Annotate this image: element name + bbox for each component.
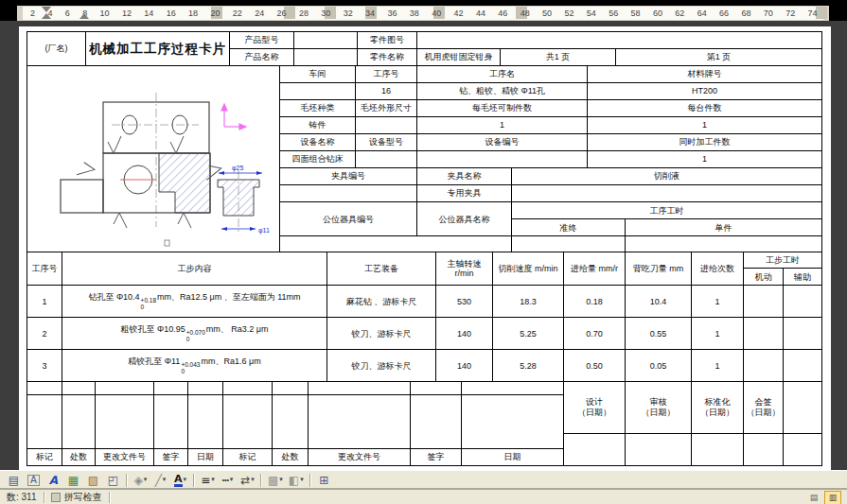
change-label: 处数 [62, 449, 96, 466]
empty-cell [784, 382, 822, 434]
arrow-style-icon[interactable]: ⇄▾ [238, 472, 256, 488]
dropdown-arrow-icon[interactable]: ▾ [251, 477, 255, 483]
frame-text-icon[interactable]: A [25, 472, 43, 488]
tolerance-lower: 0 [181, 369, 200, 375]
ruler-number: 12 [122, 9, 132, 18]
insert-picture-icon[interactable]: ▦ [64, 472, 82, 488]
part-drawing: φ25 φ11 [28, 66, 279, 250]
ruler[interactable]: 2468101214161820222426283032343638404244… [17, 6, 829, 22]
select-objects-icon[interactable]: ⊞ [315, 472, 333, 488]
text-wrap-frame-icon[interactable]: ▤ [5, 472, 23, 488]
empty-cell [62, 382, 96, 395]
font-color-icon[interactable]: A▾ [171, 472, 189, 488]
ruler-number: 22 [233, 9, 242, 18]
blank-size-label: 毛坯外形尺寸 [356, 100, 417, 117]
spell-check-panel[interactable]: 拼写检查 [44, 492, 110, 503]
line-style-icon[interactable]: ≡▾ [199, 472, 217, 488]
dropdown-arrow-icon[interactable]: ▾ [144, 477, 148, 483]
card-header-table: (厂名) 机械加工工序过程卡片 产品型号 零件图号 产品名称 零件名称 机用虎钳… [26, 31, 822, 66]
factory-name-cell: (厂名) [27, 32, 86, 66]
step-row-depth: 0.05 [626, 350, 692, 382]
change-label: 日期 [188, 449, 223, 466]
ruler-number: 40 [432, 9, 441, 18]
empty-cell [411, 395, 462, 449]
ruler-number: 26 [277, 9, 287, 18]
unit-time-value [626, 236, 822, 252]
ruler-number: 6 [65, 9, 70, 18]
line-color-icon[interactable]: ╱▾ [151, 472, 169, 488]
spell-check-icon [51, 493, 61, 502]
step-content-text: mm、Ra12.5 μm 、至左端面为 11mm [157, 292, 301, 302]
insert-clipart-icon-glyph: ▧ [88, 475, 98, 486]
toolbar-separator [126, 474, 128, 487]
ruler-number: 72 [785, 9, 795, 18]
blank-per-label: 每毛坯可制件数 [417, 100, 588, 117]
material-label: 材料牌号 [588, 66, 822, 83]
step-row-content: 钻孔至 Φ10.4+0.180mm、Ra12.5 μm 、至左端面为 11mm [62, 286, 327, 318]
simul-label: 同时加工件数 [588, 134, 822, 151]
empty-cell [784, 434, 822, 466]
spindle-speed-header-line2: r/min [438, 269, 490, 278]
tolerance-lower: 0 [186, 337, 205, 343]
part-drawing-cell: φ25 φ11 [27, 66, 280, 252]
sign-label: 审核 [626, 397, 690, 408]
dash-style-icon-glyph: ┅ [222, 475, 229, 486]
dropdown-arrow-icon[interactable]: ▾ [211, 477, 215, 483]
op-time-label: 工序工时 [512, 202, 822, 219]
dropdown-arrow-icon[interactable]: ▾ [300, 477, 304, 483]
change-label: 日期 [462, 449, 564, 466]
empty-cell [154, 395, 188, 449]
normal-view-button[interactable]: ▤ [805, 491, 822, 504]
op-name-value: 钻、粗铰、精铰 Φ11孔 [417, 83, 588, 100]
empty-cell [744, 434, 784, 466]
dim-bottom-label: φ11 [258, 227, 270, 235]
ruler-number: 14 [144, 9, 153, 18]
step-content-text: mm、 Ra3.2 μm [206, 324, 269, 334]
frame-text-icon-glyph: A [27, 475, 40, 486]
step-row-aux-time [784, 286, 822, 318]
insert-clipart-icon[interactable]: ▧ [84, 472, 102, 488]
empty-cell [188, 395, 223, 449]
depth-header: 背吃刀量 mm [626, 252, 692, 286]
dropdown-arrow-icon[interactable]: ▾ [184, 477, 187, 483]
document-page[interactable]: (厂名) 机械加工工序过程卡片 产品型号 零件图号 产品名称 零件名称 机用虎钳… [19, 26, 831, 470]
empty-cell [309, 395, 411, 449]
first-line-indent-marker[interactable] [42, 7, 51, 12]
dropdown-arrow-icon[interactable]: ▾ [163, 477, 167, 483]
ruler-number: 54 [587, 9, 596, 18]
part-name-label: 零件名称 [358, 49, 417, 66]
change-label: 更改文件号 [309, 449, 411, 466]
sign-standard-cell: 标准化（日期） [692, 382, 744, 434]
empty-cell [96, 382, 154, 395]
ruler-number: 42 [454, 9, 464, 18]
shadow-style-icon[interactable]: ▩▾ [266, 472, 285, 488]
insert-textbox-icon[interactable]: ◰ [104, 472, 122, 488]
threed-style-icon[interactable]: ◧▾ [287, 472, 306, 488]
spindle-speed-header-line1: 主轴转速 [438, 259, 490, 269]
shadow-style-icon-glyph: ▩ [268, 475, 278, 486]
hanging-indent-marker[interactable] [42, 13, 51, 19]
sign-label: 标准化 [693, 397, 742, 408]
empty-cell [27, 395, 62, 449]
dropdown-arrow-icon[interactable]: ▾ [230, 477, 234, 483]
blank-per-value: 1 [417, 117, 588, 134]
step-row-machine-time [744, 350, 784, 382]
aux-time-header: 辅助 [784, 269, 822, 286]
font-color-icon-glyph: A [174, 474, 183, 487]
insert-wordart-icon[interactable]: A [44, 472, 62, 488]
dropdown-arrow-icon[interactable]: ▾ [279, 477, 283, 483]
step-row-spindle: 530 [436, 286, 493, 318]
fill-color-icon[interactable]: ◈▾ [132, 472, 150, 488]
ruler-numbers: 2468101214161820222426283032343638404244… [30, 7, 818, 19]
dash-style-icon[interactable]: ┅▾ [219, 472, 237, 488]
equip-name-value: 四面组合钻床 [280, 151, 356, 168]
step-row-depth: 0.55 [626, 318, 692, 350]
machine-time-header: 机动 [744, 269, 784, 286]
page-view-button[interactable]: ▥ [824, 491, 841, 504]
part-no-value [417, 32, 822, 49]
equip-model-label: 设备型号 [356, 134, 417, 151]
ruler-number: 62 [675, 9, 684, 18]
indent-marker[interactable] [79, 13, 89, 19]
step-row-no: 3 [27, 350, 62, 382]
ruler-number: 36 [387, 9, 397, 18]
